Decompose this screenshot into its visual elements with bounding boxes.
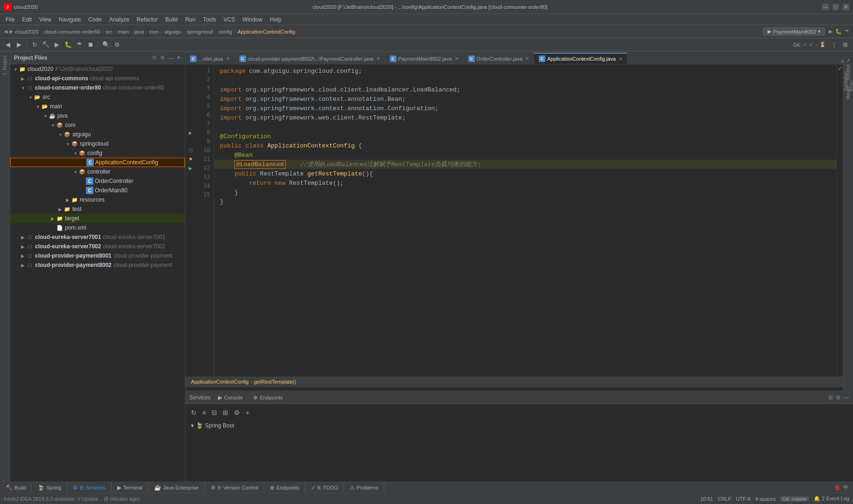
tab-close[interactable]: ✕ (619, 56, 622, 62)
status-line-col[interactable]: 10:61 (700, 496, 713, 502)
services-refresh-btn[interactable]: ↻ (189, 408, 198, 417)
tab-order-controller[interactable]: C OrderController.java ✕ (464, 53, 534, 64)
bottom-expand-icon[interactable]: ⊞ (828, 394, 833, 401)
git-pull[interactable]: ↓ (815, 42, 818, 48)
services-group-btn[interactable]: ⊞ (221, 408, 230, 417)
tree-item-eureka7002[interactable]: ▶ □ cloud-eureka-server7002 cloud-eureka… (10, 242, 185, 251)
tree-item-atguigu[interactable]: ▾ 📦 atguigu (10, 130, 185, 139)
tool-btn-spring[interactable]: 🍃 Spring (32, 482, 67, 493)
gutter-8-annotation[interactable]: ▶ (185, 128, 196, 137)
bottom-close-icon[interactable]: — (844, 394, 849, 401)
menu-code[interactable]: Code (85, 14, 106, 25)
tool-btn-java-enterprise[interactable]: ☕ Java Enterprise (148, 482, 204, 493)
menu-file[interactable]: File (2, 14, 18, 25)
tree-item-java[interactable]: ▾ ☕ java (10, 111, 185, 120)
services-add-btn[interactable]: + (244, 408, 251, 417)
toolbar-build[interactable]: 🔨 (41, 40, 51, 50)
tab-list-btn[interactable]: ≡ (841, 58, 844, 64)
tree-item-main[interactable]: ▾ 📂 main (10, 102, 185, 111)
tree-item-pom[interactable]: 📄 pom.xml (10, 223, 185, 232)
status-crlf[interactable]: CRLF (718, 496, 731, 502)
bottom-tab-console[interactable]: ▶ Console (213, 392, 247, 403)
menu-window[interactable]: Window (239, 14, 266, 25)
tree-item-cloud2020[interactable]: ▾ 📁 cloud2020 F:\JetBrains\cloud2020 (10, 64, 185, 74)
tool-btn-todo[interactable]: ✓ 6: TODO (305, 482, 344, 493)
horizontal-scrollbar[interactable] (185, 387, 843, 391)
menu-help[interactable]: Help (266, 14, 285, 25)
maximize-button[interactable]: □ (832, 4, 839, 10)
nav-module[interactable]: cloud-consumer-order80 (44, 29, 100, 35)
coverage-button[interactable]: ☂ (845, 28, 849, 35)
tab-close[interactable]: ✕ (455, 56, 458, 61)
run-button[interactable]: ▶ (829, 28, 832, 35)
tool-btn-terminal[interactable]: ▶ Terminal (112, 482, 149, 493)
nav-atguigu[interactable]: atguigu (164, 29, 181, 35)
tree-item-cloud-consumer-order80[interactable]: ▾ □ cloud-consumer-order80 cloud-consume… (10, 83, 185, 92)
tab-app-context-config[interactable]: C ApplicationContextConfig.java ✕ (534, 53, 627, 64)
menu-vcs[interactable]: VCS (220, 14, 239, 25)
status-git[interactable]: Git: master (780, 496, 809, 502)
menu-run[interactable]: Run (182, 14, 199, 25)
nav-src[interactable]: src (106, 29, 113, 35)
tree-item-payment8001[interactable]: ▶ □ cloud-provider-payment8001 cloud-pro… (10, 251, 185, 260)
nav-main[interactable]: main (118, 29, 129, 35)
tool-btn-build[interactable]: 🔨 Build (0, 482, 32, 493)
tree-item-eureka7001[interactable]: ▶ □ cloud-eureka-server7001 cloud-eureka… (10, 232, 185, 242)
toolbar-stop[interactable]: ⏹ (85, 40, 96, 50)
tab-close[interactable]: ✕ (376, 56, 380, 61)
sidebar-maven[interactable]: Maven (843, 87, 853, 98)
toolbar-refresh[interactable]: ↻ (29, 40, 40, 50)
tree-item-resources[interactable]: ▶ 📁 resources (10, 195, 185, 204)
toolbar-settings[interactable]: ⚙ (112, 40, 122, 50)
services-filter-btn[interactable]: ⊟ (210, 408, 219, 417)
sidebar-project-tab[interactable]: 1: Project (0, 51, 9, 79)
bottom-settings-icon[interactable]: ⚙ (836, 394, 841, 401)
nav-java[interactable]: java (134, 29, 144, 35)
toolbar-back[interactable]: ◀ (3, 40, 13, 50)
toolbar-more[interactable]: ⋮ (829, 40, 839, 50)
git-push[interactable]: ✓ (809, 42, 813, 48)
services-config-btn[interactable]: ⚙ (232, 408, 242, 417)
tree-item-order-controller[interactable]: C OrderController (10, 176, 185, 186)
breadcrumb-class[interactable]: ApplicationContextConfig (191, 379, 249, 385)
breadcrumb-method[interactable]: getRestTemplate() (254, 379, 296, 385)
tree-item-application-context-config[interactable]: C ApplicationContextConfig (10, 158, 185, 167)
toolbar-layout[interactable]: ⊞ (840, 40, 850, 50)
git-history[interactable]: ⌛ (819, 42, 826, 48)
toolbar-coverage[interactable]: ☂ (74, 40, 85, 50)
tree-item-com[interactable]: ▾ 📦 com (10, 120, 185, 130)
menu-tools[interactable]: Tools (199, 14, 220, 25)
tree-item-test[interactable]: ▶ 📁 test (10, 204, 185, 214)
code-editor[interactable]: package com.atguigu.springcloud.config; … (214, 64, 836, 377)
panel-settings-icon[interactable]: ⚙ (159, 54, 166, 62)
bottom-tab-endpoints[interactable]: ⊕ Endpoints (248, 392, 287, 403)
git-commit[interactable]: ✓ (803, 42, 807, 48)
tab-roller[interactable]: C ...oller.java ✕ (185, 53, 235, 64)
toolbar-forward[interactable]: ▶ (14, 40, 24, 50)
nav-cloud2020[interactable]: cloud2020 (15, 29, 39, 35)
services-collapse-btn[interactable]: ≡ (200, 408, 208, 417)
tool-btn-version-control[interactable]: ⑨ 9: Version Control (205, 482, 264, 493)
toolbar-search[interactable]: 🔍 (101, 40, 111, 50)
panel-sync-icon[interactable]: ⊙ (151, 54, 157, 62)
minimize-button[interactable]: — (822, 4, 829, 10)
tree-item-controller[interactable]: ▾ 📦 controller (10, 167, 185, 176)
panel-close-icon[interactable]: — (168, 54, 175, 62)
run-config-selector[interactable]: ▶ PaymentMain8002 ▾ (763, 28, 825, 35)
tree-item-springcloud[interactable]: ▾ 📦 springcloud (10, 139, 185, 148)
status-indent[interactable]: 4 spaces (755, 496, 775, 502)
nav-forward[interactable]: ▶ (9, 28, 13, 35)
services-spring-boot[interactable]: ▾ 🍃 Spring Boot (189, 421, 849, 430)
tool-btn-problems[interactable]: ⚠ Problems (344, 482, 384, 493)
nav-config[interactable]: config (219, 29, 232, 35)
menu-edit[interactable]: Edit (18, 14, 35, 25)
nav-springcloud[interactable]: springcloud (187, 29, 213, 35)
gutter-12-run[interactable]: ▶ (185, 164, 196, 173)
panel-expand-icon[interactable]: ▾ (176, 54, 181, 62)
tree-item-payment8002[interactable]: ▶ □ cloud-provider-payment8002 cloud-pro… (10, 260, 185, 270)
tab-close[interactable]: ✕ (525, 56, 529, 61)
tree-item-target[interactable]: ▶ 📁 target (10, 214, 185, 223)
tool-btn-endpoints[interactable]: ⊕ Endpoints (264, 482, 305, 493)
nav-class[interactable]: ApplicationContextConfig (238, 29, 296, 35)
tree-item-src[interactable]: ▾ 📂 src (10, 92, 185, 102)
